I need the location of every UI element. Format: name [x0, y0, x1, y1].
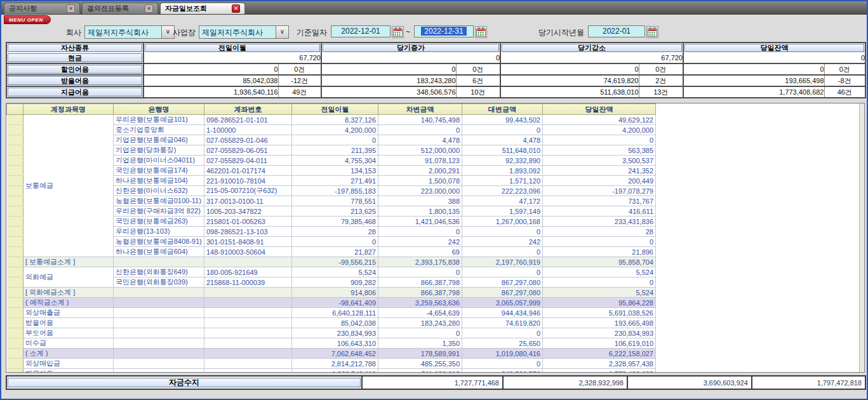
detail-header: 계좌번호 — [204, 104, 292, 115]
account-number-empty — [204, 288, 292, 298]
row-selector[interactable] — [7, 298, 23, 308]
amount-cell: 79,385,468 — [292, 217, 378, 227]
account-number-empty — [204, 369, 292, 373]
close-icon[interactable]: ✕ — [67, 4, 75, 13]
row-selector[interactable] — [7, 145, 23, 156]
summary-row: 지급어음1,936,540,11649건348,506,57610건511,63… — [6, 86, 865, 98]
tab-bar: 공지사항 ✕ 결의전표등록 ✕ 자금일보조회 ✕ — [1, 1, 867, 15]
account-number: 301-0151-8408-91 — [204, 237, 292, 247]
row-selector[interactable] — [7, 338, 23, 349]
tab-fund-daily-report[interactable]: 자금일보조회 ✕ — [160, 3, 245, 14]
account-number: 215868-11-000039 — [204, 277, 292, 288]
calendar-icon[interactable] — [475, 26, 487, 38]
bank-name: 신한은행(외화통장649) — [114, 267, 204, 277]
row-selector[interactable] — [7, 359, 23, 369]
amount-cell: 5,524 — [543, 288, 656, 298]
calendar-icon[interactable] — [392, 26, 404, 38]
summary-amount: 1,773,408,682 — [683, 86, 824, 98]
calendar-icon[interactable] — [646, 26, 658, 38]
amount-cell: 731,767 — [543, 196, 656, 206]
asset-summary-table: 자산종류전일이월당기증가당기감소당일잔액 현금67,720067,7200할인어… — [6, 42, 866, 98]
row-selector[interactable] — [7, 217, 23, 227]
filter-bar: 회사 제일저지주식회사 ∨ 사업장 제일저지주식회사 ∨ 기준일자 2022-1… — [1, 25, 867, 41]
account-number-empty — [204, 349, 292, 359]
amount-cell: 7,062,648,452 — [292, 349, 378, 359]
close-icon[interactable]: ✕ — [145, 4, 153, 13]
account-number-empty — [204, 359, 292, 369]
summary-count: 0건 — [639, 63, 683, 75]
row-selector[interactable] — [7, 277, 23, 288]
period-start-input[interactable]: 2022-01 — [588, 25, 645, 37]
menu-open-button[interactable]: MENU OPEN — [4, 15, 51, 24]
row-selector[interactable] — [7, 186, 23, 196]
bank-name-empty — [114, 359, 204, 369]
summary-amount: 67,720 — [500, 53, 683, 63]
base-date-to-input[interactable]: 2022-12-31 — [414, 25, 474, 37]
tab-notice-label: 공지사항 — [9, 4, 37, 13]
row-selector[interactable] — [7, 196, 23, 206]
account-number: 027-055829-01-046 — [204, 135, 292, 145]
site-select-value: 제일저지주식회사 — [199, 26, 276, 38]
row-selector[interactable] — [7, 206, 23, 217]
detail-row: [ 보통예금소계 ]-99,556,2152,393,175,8382,197,… — [7, 257, 656, 267]
row-selector[interactable] — [7, 349, 23, 359]
amount-cell: 5,691,038,526 — [543, 308, 656, 318]
row-selector[interactable] — [7, 176, 23, 186]
row-selector[interactable] — [7, 135, 23, 145]
company-select[interactable]: 제일저지주식회사 ∨ — [84, 25, 175, 39]
amount-cell: 4,755,304 — [292, 156, 378, 166]
detail-row: 외화예금신한은행(외화통장649)180-005-9216495,524005,… — [7, 267, 656, 277]
row-selector[interactable] — [7, 288, 23, 298]
company-select-value: 제일저지주식회사 — [85, 26, 161, 38]
amount-cell: 511,638,010 — [378, 369, 462, 373]
row-selector[interactable] — [7, 227, 23, 237]
row-selector[interactable] — [7, 267, 23, 277]
vertical-scrollbar[interactable] — [859, 103, 864, 372]
amount-cell: 0 — [462, 359, 543, 369]
amount-cell: 1,773,408,682 — [543, 369, 656, 373]
row-selector[interactable] — [7, 308, 23, 318]
summary-amount: 193,665,498 — [683, 75, 824, 86]
summary-header: 자산종류 — [8, 44, 142, 52]
row-selector[interactable] — [7, 156, 23, 166]
base-date-from-input[interactable]: 2022-12-01 — [331, 25, 391, 37]
amount-cell: -98,641,409 — [292, 298, 378, 308]
account-number: 027-055829-04-011 — [204, 156, 292, 166]
account-label: ( 소계 ) — [23, 349, 114, 359]
row-selector[interactable] — [7, 237, 23, 247]
amount-cell: 3,065,057,999 — [462, 298, 543, 308]
tab-voucher-entry[interactable]: 결의전표등록 ✕ — [82, 3, 158, 14]
row-selector[interactable] — [7, 247, 23, 257]
bank-name-empty — [114, 288, 204, 298]
row-selector[interactable] — [7, 166, 23, 176]
close-icon[interactable]: ✕ — [232, 4, 240, 13]
tab-notice[interactable]: 공지사항 ✕ — [4, 3, 80, 14]
asset-type-label: 지급어음 — [8, 88, 142, 97]
account-label: 외상매출금 — [23, 308, 114, 318]
base-date-label: 기준일자 — [292, 27, 327, 38]
summary-count: 10건 — [456, 86, 500, 98]
account-number: 215-05-007210(구632) — [204, 186, 292, 196]
summary-amount: 0 — [683, 53, 865, 63]
site-select[interactable]: 제일저지주식회사 ∨ — [199, 25, 289, 39]
asset-type-label: 받을어음 — [8, 76, 142, 85]
account-number: 098-286521-13-103 — [204, 227, 292, 237]
summary-count: 6건 — [456, 75, 500, 86]
chevron-down-icon[interactable]: ∨ — [276, 26, 288, 38]
amount-cell: -197,078,279 — [543, 186, 656, 196]
row-selector-header — [7, 104, 23, 115]
row-selector[interactable] — [7, 257, 23, 267]
row-selector[interactable] — [7, 115, 23, 125]
row-selector[interactable] — [7, 369, 23, 373]
amount-cell: 21,827 — [292, 247, 378, 257]
row-selector[interactable] — [7, 125, 23, 135]
amount-cell: 95,864,228 — [543, 298, 656, 308]
row-selector[interactable] — [7, 318, 23, 328]
amount-cell: 348,506,576 — [462, 369, 543, 373]
account-label: 외상매입금 — [23, 359, 114, 369]
account-label: 지급어음 — [23, 369, 114, 373]
amount-cell: 95,858,704 — [543, 257, 656, 267]
summary-amount: 1,936,540,116 — [144, 86, 278, 98]
row-selector[interactable] — [7, 328, 23, 338]
bank-name-empty — [114, 308, 204, 318]
